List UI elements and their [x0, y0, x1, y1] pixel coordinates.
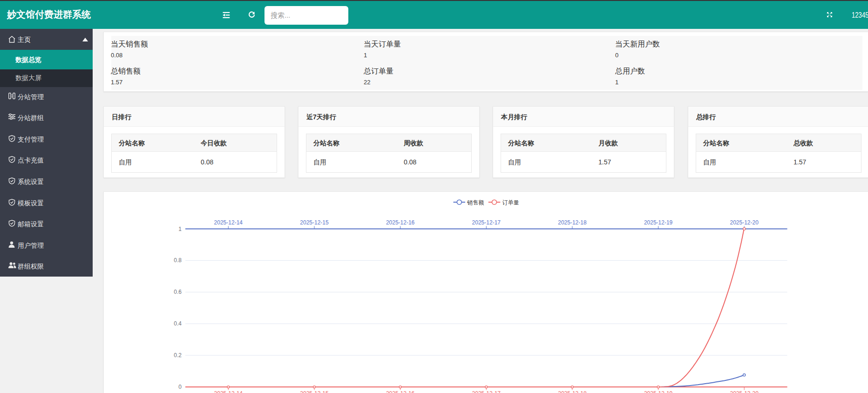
svg-text:0.6: 0.6 — [174, 289, 182, 295]
svg-text:0.4: 0.4 — [174, 320, 182, 327]
svg-text:2025-12-18: 2025-12-18 — [558, 390, 587, 393]
svg-text:0.8: 0.8 — [174, 257, 182, 264]
svg-text:2025-12-19: 2025-12-19 — [644, 390, 673, 393]
svg-text:2025-12-20: 2025-12-20 — [730, 390, 759, 393]
svg-text:2025-12-20: 2025-12-20 — [730, 219, 759, 226]
svg-text:1: 1 — [178, 226, 182, 232]
svg-text:2025-12-15: 2025-12-15 — [300, 219, 329, 226]
svg-text:2025-12-17: 2025-12-17 — [472, 390, 501, 393]
svg-text:2025-12-16: 2025-12-16 — [386, 219, 415, 226]
svg-text:2025-12-18: 2025-12-18 — [558, 219, 587, 226]
svg-text:2025-12-15: 2025-12-15 — [300, 390, 329, 393]
svg-text:0: 0 — [178, 384, 182, 390]
svg-text:销售额: 销售额 — [467, 199, 484, 206]
svg-text:2025-12-19: 2025-12-19 — [644, 219, 673, 226]
svg-text:2025-12-16: 2025-12-16 — [386, 390, 415, 393]
svg-text:2025-12-17: 2025-12-17 — [472, 219, 501, 226]
svg-text:0.2: 0.2 — [174, 352, 182, 359]
svg-text:2025-12-14: 2025-12-14 — [214, 390, 243, 393]
svg-text:订单量: 订单量 — [502, 199, 519, 206]
svg-text:2025-12-14: 2025-12-14 — [214, 219, 243, 226]
